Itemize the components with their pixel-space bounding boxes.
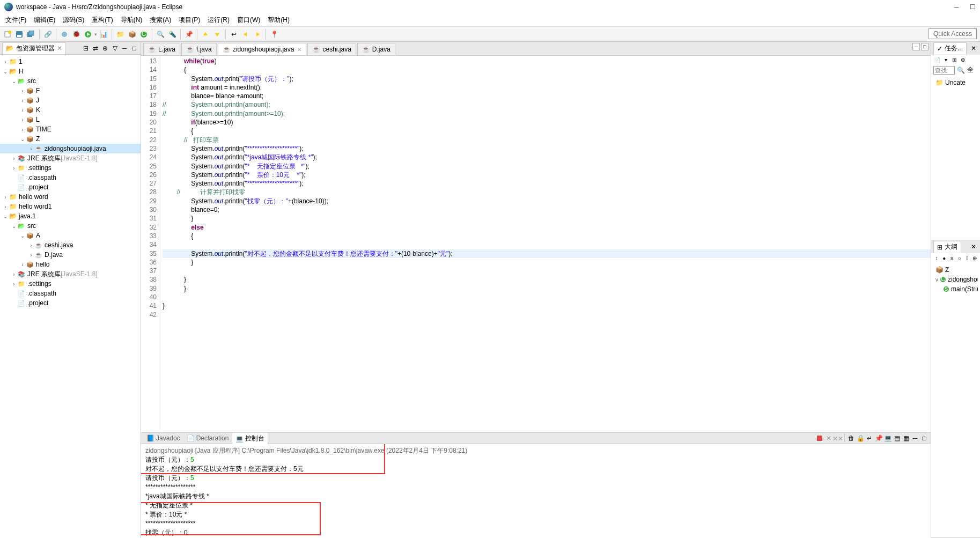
tree-item--settings[interactable]: ›.settings	[0, 163, 141, 173]
menu-refactor[interactable]: 重构(T)	[89, 14, 116, 26]
search-icon[interactable]: 🔦	[167, 30, 177, 39]
pin-console-icon[interactable]: 📌	[874, 434, 883, 443]
editor-tab-f[interactable]: ☕f.java	[181, 43, 217, 55]
search-icon[interactable]: 🔍	[957, 67, 965, 74]
menu-help[interactable]: 帮助(H)	[264, 14, 293, 26]
last-edit-icon[interactable]: ↩	[229, 30, 239, 39]
tree-item-TIME[interactable]: ›TIME	[0, 124, 141, 134]
task-focus-icon[interactable]: ⊕	[959, 56, 967, 63]
outline-sort-icon[interactable]: ↕	[933, 254, 940, 262]
outline-tab[interactable]: ⊞ 大纲	[933, 241, 961, 253]
tree-item-K[interactable]: ›K	[0, 105, 141, 115]
tree-item-JRE-----[interactable]: ›JRE 系统库 [JavaSE-1.8]	[0, 269, 141, 279]
back-icon[interactable]	[241, 30, 250, 39]
new-task-icon[interactable]: 📄	[933, 56, 941, 63]
menu-source[interactable]: 源码(S)	[60, 14, 87, 26]
tree-item--classpath[interactable]: .classpath	[0, 173, 141, 182]
outline-public-icon[interactable]: ○	[956, 254, 963, 262]
run-icon[interactable]	[83, 30, 93, 39]
outline-local-icon[interactable]: l	[964, 254, 970, 262]
editor-tab-ceshi[interactable]: ☕ceshi.java	[307, 43, 356, 55]
tree-item--project[interactable]: .project	[0, 182, 141, 192]
tree-item-hello[interactable]: ›hello	[0, 260, 141, 269]
code-editor[interactable]: 1314151617181920212223242526272829303132…	[141, 56, 931, 432]
save-all-icon[interactable]	[26, 30, 36, 39]
outline-focus-icon[interactable]: ⊕	[971, 254, 978, 262]
next-annotation-icon[interactable]	[212, 30, 222, 39]
outline-fields-icon[interactable]: ●	[941, 254, 947, 262]
tree-item-java-1[interactable]: ⌄java.1	[0, 211, 141, 221]
menu-file[interactable]: 文件(F)	[2, 14, 30, 26]
skip-breakpoints-icon[interactable]	[60, 30, 69, 39]
prev-annotation-icon[interactable]	[201, 30, 210, 39]
remove-launch-icon[interactable]: ✕	[824, 434, 833, 443]
maximize-button[interactable]: ☐	[969, 4, 976, 10]
coverage-icon[interactable]: 📊	[99, 30, 108, 39]
tree-item--project[interactable]: .project	[0, 298, 141, 308]
clear-console-icon[interactable]: 🗑	[847, 434, 856, 443]
maximize-editor-icon[interactable]: □	[921, 43, 929, 50]
tree-item-J[interactable]: ›J	[0, 95, 141, 105]
tree-item-zidongshoupiaoji-java[interactable]: ›zidongshoupiaoji.java	[0, 144, 141, 153]
tasks-close-icon[interactable]: ✕	[969, 44, 978, 53]
menu-window[interactable]: 窗口(W)	[234, 14, 263, 26]
new-java-project-icon[interactable]: 📁	[115, 30, 125, 39]
tree-item-1[interactable]: ›1	[0, 57, 141, 67]
new-class-icon[interactable]: C	[139, 30, 149, 39]
remove-all-icon[interactable]: ⨯⨯	[834, 434, 842, 443]
editor-tab-D[interactable]: ☕D.java	[357, 43, 395, 55]
menu-search[interactable]: 搜索(A)	[146, 14, 174, 26]
pin-editor-icon[interactable]: 📍	[269, 30, 279, 39]
close-icon[interactable]: ✕	[297, 47, 301, 53]
word-wrap-icon[interactable]: ↵	[865, 434, 874, 443]
editor-tab-zidongshoupiaoji[interactable]: ☕zidongshoupiaoji.java✕	[218, 43, 307, 55]
tree-item-src[interactable]: ⌄src	[0, 76, 141, 86]
console-output[interactable]: zidongshoupiaoji [Java 应用程序] C:\Program …	[141, 444, 931, 538]
tree-item-hello-word[interactable]: ›hello word	[0, 192, 141, 202]
forward-icon[interactable]	[253, 30, 262, 39]
tree-item-A[interactable]: ⌄A	[0, 231, 141, 240]
tab-declaration[interactable]: 📄Declaration	[183, 432, 232, 444]
save-icon[interactable]	[14, 30, 24, 39]
minimize-button[interactable]: ─	[953, 4, 960, 10]
outline-class[interactable]: v C zidongshoupia	[933, 275, 978, 284]
outline-method-main[interactable]: s main(String	[933, 284, 978, 294]
tasks-search-input[interactable]	[933, 66, 955, 75]
tree-item-F[interactable]: ›F	[0, 86, 141, 95]
outline-static-icon[interactable]: s	[948, 254, 955, 262]
editor-tab-L[interactable]: ☕L.java	[143, 43, 180, 55]
package-explorer-tab[interactable]: 📂 包资源管理器 ✕	[2, 42, 66, 54]
toggle-mark-icon[interactable]: 📌	[184, 30, 194, 39]
task-dropdown-icon[interactable]: ▾	[942, 56, 949, 63]
menu-run[interactable]: 运行(R)	[204, 14, 233, 26]
new-icon[interactable]	[3, 30, 12, 39]
new-package-icon[interactable]: 📦	[127, 30, 137, 39]
minimize-editor-icon[interactable]: ─	[912, 43, 920, 50]
tab-console[interactable]: 💻控制台	[232, 432, 268, 444]
outline-close-icon[interactable]: ✕	[969, 242, 978, 251]
open-console-icon[interactable]: ▤	[893, 434, 901, 443]
outline-package[interactable]: 📦 Z	[933, 265, 978, 275]
tree-item-src[interactable]: ⌄src	[0, 221, 141, 231]
view-menu-icon[interactable]: ▽	[111, 45, 119, 52]
minimize-view-icon[interactable]: ─	[121, 45, 128, 52]
tab-javadoc[interactable]: 📘Javadoc	[143, 432, 183, 444]
tree-item-L[interactable]: ›L	[0, 115, 141, 124]
link-editor-icon[interactable]: ⇄	[92, 45, 99, 52]
menu-project[interactable]: 项目(P)	[175, 14, 203, 26]
tasks-tab[interactable]: ✓ 任务...	[933, 42, 967, 54]
package-tree[interactable]: ›1⌄H⌄src›F›J›K›L›TIME⌄Z›zidongshoupiaoji…	[0, 55, 141, 538]
toggle-breadcrumb-icon[interactable]: 🔗	[43, 30, 53, 39]
collapse-all-icon[interactable]: ⊟	[82, 45, 90, 52]
close-icon[interactable]: ✕	[57, 45, 62, 52]
tree-item-JRE-----[interactable]: ›JRE 系统库 [JavaSE-1.8]	[0, 153, 141, 163]
new-console-view-icon[interactable]: ▦	[902, 434, 910, 443]
tasks-all-label[interactable]: 全	[967, 65, 974, 75]
tasks-uncategorized[interactable]: 📁 Uncate	[933, 78, 978, 87]
maximize-view-icon[interactable]: □	[130, 45, 138, 52]
open-type-icon[interactable]: 🔍	[156, 30, 165, 39]
tree-item-H[interactable]: ⌄H	[0, 67, 141, 76]
tree-item-D-java[interactable]: ›D.java	[0, 250, 141, 260]
quick-access[interactable]: Quick Access	[929, 28, 977, 39]
tree-item-ceshi-java[interactable]: ›ceshi.java	[0, 240, 141, 250]
